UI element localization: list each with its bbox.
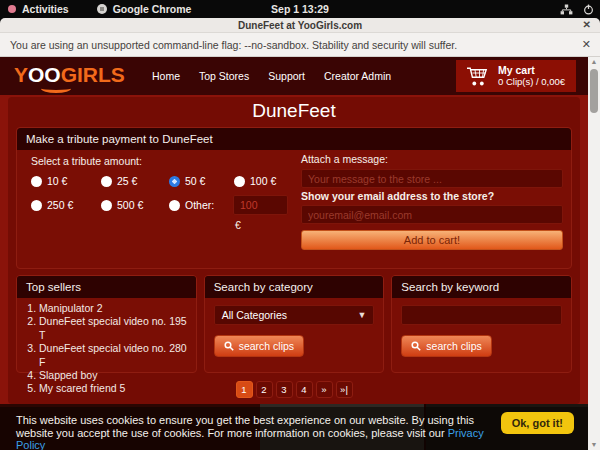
category-select[interactable]: All Categories ▼: [214, 305, 375, 325]
radio-checked-icon[interactable]: [169, 176, 180, 187]
page-button-1[interactable]: 1: [236, 381, 253, 398]
amount-label: 250 €: [47, 199, 73, 211]
search-keyword-header: Search by keyword: [392, 276, 571, 298]
top-sellers-header: Top sellers: [17, 276, 196, 298]
radio-icon[interactable]: [169, 200, 180, 211]
add-to-cart-button[interactable]: Add to cart!: [301, 230, 563, 250]
amount-option-100[interactable]: 100 €: [234, 175, 276, 187]
radio-icon[interactable]: [101, 200, 112, 211]
nav-home[interactable]: Home: [152, 70, 180, 82]
power-icon[interactable]: [583, 4, 594, 15]
list-item[interactable]: DuneFeet special video no. 280 F: [39, 342, 196, 369]
amount-option-50[interactable]: 50 €: [169, 175, 205, 187]
amount-label: Other:: [185, 199, 214, 211]
other-currency-label: €: [235, 219, 241, 231]
my-cart-button[interactable]: My cart 0 Clip(s) / 0,00€: [456, 60, 576, 92]
message-input[interactable]: [301, 169, 563, 188]
list-item[interactable]: Manipulator 2: [39, 302, 196, 315]
amount-label: 50 €: [185, 175, 205, 187]
amount-label: 25 €: [117, 175, 137, 187]
network-icon[interactable]: [560, 4, 573, 15]
radio-icon[interactable]: [234, 176, 245, 187]
message-label: Attach a message:: [301, 153, 388, 165]
search-clips-button-category[interactable]: search clips: [214, 335, 304, 357]
cookie-accept-button[interactable]: Ok, got it!: [501, 412, 574, 434]
page-title: DuneFeet: [8, 97, 580, 124]
category-selected-value: All Categories: [222, 309, 287, 321]
chevron-down-icon: ▼: [357, 310, 366, 320]
search-category-panel: Search by category All Categories ▼ sear…: [204, 275, 385, 373]
cookie-text: This website uses cookies to ensure you …: [16, 414, 498, 450]
tribute-panel-header: Make a tribute payment to DuneFeet: [17, 128, 571, 150]
browser-viewport: YOOGIRLS Home Top Stores Support Creator…: [0, 57, 588, 450]
window-title-bar: DuneFeet at YooGirls.com ✕: [0, 18, 600, 33]
window-title: DuneFeet at YooGirls.com: [238, 20, 362, 31]
amount-option-10[interactable]: 10 €: [31, 175, 67, 187]
logo-smile-icon: [41, 84, 71, 93]
other-amount-input[interactable]: [233, 195, 288, 215]
search-clips-label: search clips: [239, 340, 294, 352]
amount-label: 100 €: [250, 175, 276, 187]
page-button-next[interactable]: »: [316, 381, 333, 398]
gnome-top-bar: Activities Google Chrome Sep 1 13:29: [0, 0, 600, 18]
page-button-3[interactable]: 3: [276, 381, 293, 398]
logo-part1: Y: [14, 63, 28, 86]
search-clips-label: search clips: [426, 340, 481, 352]
clock[interactable]: Sep 1 13:29: [0, 3, 600, 15]
cookie-consent-bar: This website uses cookies to ensure you …: [0, 407, 588, 450]
page-button-4[interactable]: 4: [296, 381, 313, 398]
scrollbar-thumb[interactable]: [590, 69, 598, 113]
window-close-icon[interactable]: ✕: [583, 19, 591, 30]
search-keyword-panel: Search by keyword search clips: [391, 275, 572, 373]
cookie-message: This website uses cookies to ensure you …: [16, 414, 474, 439]
amount-option-25[interactable]: 25 €: [101, 175, 137, 187]
amount-option-other[interactable]: Other:: [169, 199, 214, 211]
amount-label: 10 €: [47, 175, 67, 187]
scroll-down-icon[interactable]: ▼: [588, 440, 600, 450]
search-clips-button-keyword[interactable]: search clips: [401, 335, 491, 357]
logo-part3: GIRLS: [61, 63, 125, 86]
pagination: 1 2 3 4 » »|: [8, 381, 580, 398]
amount-label: 500 €: [117, 199, 143, 211]
panels-row: Top sellers Manipulator 2 DuneFeet speci…: [16, 275, 572, 373]
tribute-amount-label: Select a tribute amount:: [31, 155, 142, 167]
email-input[interactable]: [301, 205, 563, 224]
cart-icon: [466, 66, 490, 87]
site-logo[interactable]: YOOGIRLS: [14, 62, 125, 88]
radio-icon[interactable]: [101, 176, 112, 187]
scrollbar[interactable]: ▲ ▼: [588, 57, 600, 450]
screen: Activities Google Chrome Sep 1 13:29 Dun…: [0, 0, 600, 450]
page-button-2[interactable]: 2: [256, 381, 273, 398]
chrome-warning-bar: You are using an unsupported command-lin…: [0, 33, 600, 57]
amount-option-250[interactable]: 250 €: [31, 199, 73, 211]
tribute-panel: Make a tribute payment to DuneFeet Selec…: [16, 127, 572, 269]
nav-top-stores[interactable]: Top Stores: [199, 70, 249, 82]
radio-icon[interactable]: [31, 176, 42, 187]
search-icon: [411, 341, 421, 351]
keyword-input[interactable]: [401, 305, 562, 325]
warning-text: You are using an unsupported command-lin…: [10, 39, 457, 51]
site-header: YOOGIRLS Home Top Stores Support Creator…: [0, 57, 588, 95]
page-button-last[interactable]: »|: [336, 381, 353, 398]
page-container: DuneFeet Make a tribute payment to DuneF…: [8, 97, 580, 404]
main-nav: Home Top Stores Support Creator Admin: [152, 57, 391, 95]
nav-creator-admin[interactable]: Creator Admin: [324, 70, 391, 82]
search-category-header: Search by category: [205, 276, 384, 298]
top-sellers-panel: Top sellers Manipulator 2 DuneFeet speci…: [16, 275, 197, 373]
nav-support[interactable]: Support: [268, 70, 305, 82]
logo-part2: OO: [28, 63, 61, 86]
email-label: Show your email address to the store?: [301, 190, 494, 202]
warning-close-icon[interactable]: ✕: [582, 38, 591, 51]
radio-icon[interactable]: [31, 200, 42, 211]
list-item[interactable]: DuneFeet special video no. 195 T: [39, 315, 196, 342]
scroll-up-icon[interactable]: ▲: [588, 57, 600, 67]
amount-option-500[interactable]: 500 €: [101, 199, 143, 211]
cart-summary: 0 Clip(s) / 0,00€: [498, 76, 565, 88]
search-icon: [224, 341, 234, 351]
cart-title: My cart: [498, 64, 565, 76]
